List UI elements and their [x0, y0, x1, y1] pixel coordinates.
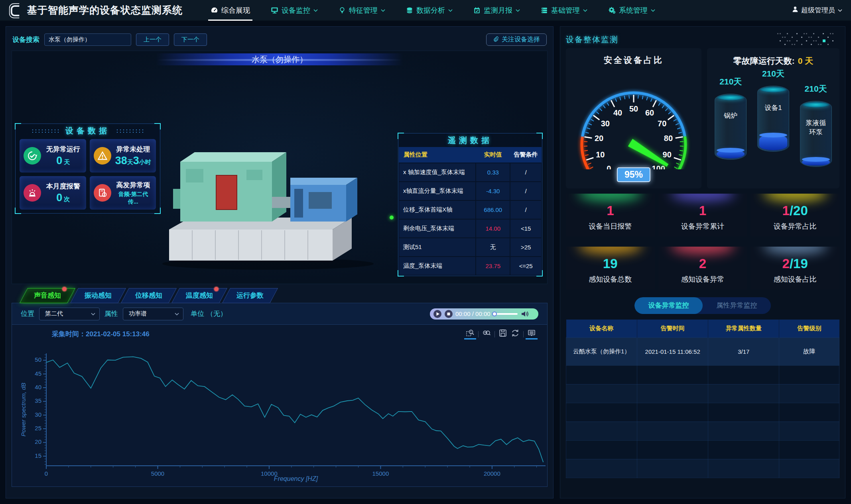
svg-text:Frequency [HZ]: Frequency [HZ]: [274, 475, 318, 482]
chevron-down-icon: [651, 9, 655, 12]
stat-label: 感知设备异常: [658, 275, 747, 284]
tank-rim: [717, 95, 744, 100]
chevron-down-icon: [91, 313, 95, 316]
empty-row: [566, 365, 839, 384]
svg-text:40: 40: [35, 384, 41, 390]
toolbox-separator: [523, 331, 524, 337]
svg-text:70: 70: [658, 119, 666, 128]
telemetry-row: 测试51无>25: [399, 238, 542, 257]
svg-text:15000: 15000: [372, 470, 389, 477]
tank-days: 210天: [795, 83, 837, 94]
monitor-icon: [271, 6, 278, 14]
app-header: 基于智能声学的设备状态监测系统 综合展现设备监控特征管理数据分析监测月报基础管理…: [0, 0, 851, 21]
monitor-tab-属性异常监控[interactable]: 属性异常监控: [703, 297, 771, 314]
alert-badge: [214, 287, 219, 291]
svg-text:50: 50: [35, 356, 41, 363]
sense-tab-振动感知[interactable]: 振动感知: [70, 288, 126, 303]
device-search-input[interactable]: [44, 33, 131, 46]
sense-tab-位移感知[interactable]: 位移感知: [121, 288, 177, 303]
dot-decoration: [777, 33, 837, 49]
svg-text:100: 100: [652, 164, 665, 169]
seek-slider[interactable]: [493, 313, 518, 315]
stat-value: 2/19: [751, 256, 839, 271]
nav-item-server[interactable]: 基础管理: [541, 0, 587, 21]
svg-text:0: 0: [607, 164, 611, 169]
svg-text:35: 35: [35, 397, 41, 404]
chart-controls: 位置 第二代 属性 功率谱 单位: [12, 303, 547, 325]
user-menu[interactable]: 超级管理员: [792, 6, 842, 15]
app-logo-icon: [9, 2, 22, 18]
stat-label: 设备当日报警: [566, 222, 655, 231]
previous-device-button[interactable]: 上一个: [136, 33, 169, 46]
telemetry-row: 位移_泵体首端X轴686.00/: [399, 200, 542, 219]
toolbox-separator: [494, 331, 495, 337]
gauge-value-badge: 95%: [617, 167, 650, 182]
telemetry-col-header: 告警条件: [510, 147, 542, 163]
area-zoom-icon[interactable]: [466, 329, 475, 339]
play-button[interactable]: [433, 310, 442, 318]
bulb-icon: [339, 7, 346, 14]
stop-button[interactable]: [444, 310, 453, 318]
power-spectrum-chart[interactable]: 050001000015000200001520253035404550Freq…: [19, 349, 550, 484]
3d-viewer[interactable]: 水泵（勿操作）: [12, 51, 548, 284]
stat-label: 设备异常累计: [658, 222, 747, 231]
alarm-col-header: 异常属性数量: [708, 320, 779, 337]
nav-item-calendar[interactable]: 监测月报: [473, 0, 520, 21]
data-view-icon[interactable]: [527, 329, 536, 339]
slider-thumb[interactable]: [492, 312, 497, 316]
right-panel: 设备整体监测 安全设备占比 0102030405060708090100 95%…: [560, 26, 845, 498]
alarm-col-header: 告警时间: [637, 320, 708, 337]
sense-tab-声音感知[interactable]: 声音感知: [20, 288, 75, 303]
attribute-select[interactable]: 功率谱: [123, 308, 183, 320]
nav-item-dashboard[interactable]: 综合展现: [211, 0, 250, 21]
next-device-button[interactable]: 下一个: [174, 33, 207, 46]
gauge-title: 安全设备占比: [566, 48, 701, 66]
alarm-col-header: 设备名称: [566, 320, 637, 337]
empty-row: [566, 384, 839, 403]
chevron-down-icon: [381, 9, 385, 12]
monitor-tab-设备异常监控[interactable]: 设备异常监控: [634, 297, 703, 314]
monitor-tabs: 设备异常监控属性异常监控: [634, 297, 771, 314]
tank-cylinder: 锅炉: [715, 94, 747, 160]
position-select[interactable]: 第二代: [39, 308, 100, 320]
svg-text:50: 50: [629, 104, 638, 113]
telemetry-table: 属性位置实时值告警条件x 轴加速度值_泵体末端0.33/x轴直流分量_泵体末端-…: [398, 147, 542, 276]
tank-rim: [802, 102, 829, 108]
volume-icon[interactable]: [521, 310, 529, 318]
nav-item-database[interactable]: 数据分析: [406, 0, 453, 21]
restore-icon[interactable]: [511, 329, 520, 339]
focus-device-select-button[interactable]: 关注设备选择: [486, 33, 547, 46]
search-label: 设备搜索: [12, 35, 39, 44]
stats-grid: 1设备当日报警1设备异常累计1/20设备异常占比19感知设备总数2感知设备异常2…: [566, 194, 839, 289]
stat-tile-设备异常累计: 1设备异常累计: [658, 194, 747, 236]
sense-tab-温度感知[interactable]: 温度感知: [171, 288, 227, 303]
empty-row: [566, 422, 839, 440]
dot-decoration: [116, 129, 144, 133]
zoom-back-icon[interactable]: [482, 329, 491, 339]
stat-tile-感知设备占比: 2/19感知设备占比: [751, 247, 839, 289]
chevron-down-icon: [313, 9, 318, 12]
user-icon: [792, 6, 798, 14]
tank-name: 设备1: [760, 104, 786, 113]
nav-item-gears[interactable]: 系统管理: [608, 0, 655, 21]
telemetry-panel: 遥测数据 属性位置实时值告警条件x 轴加速度值_泵体末端0.33/x轴直流分量_…: [398, 133, 542, 276]
chevron-down-icon: [516, 9, 520, 12]
nav-item-monitor[interactable]: 设备监控: [271, 0, 318, 21]
tank-liquid: [717, 150, 745, 158]
nav-item-bulb[interactable]: 特征管理: [339, 0, 385, 21]
stat-tile-设备异常占比: 1/20设备异常占比: [751, 194, 839, 236]
svg-text:20: 20: [35, 438, 41, 445]
svg-text:20000: 20000: [484, 470, 500, 477]
safe-device-gauge-card: 安全设备占比 0102030405060708090100 95%: [566, 48, 701, 188]
stat-tile-设备当日报警: 1设备当日报警: [566, 194, 655, 236]
alarm-table: 设备名称告警时间异常属性数量告警级别云酷水泵（勿操作1）2021-01-15 1…: [566, 320, 839, 478]
tank-cylinder: 浆液循环泵: [800, 101, 832, 167]
stat-label: 感知设备占比: [751, 275, 839, 284]
empty-row: [566, 403, 839, 422]
sense-tab-运行参数[interactable]: 运行参数: [222, 288, 278, 303]
overall-monitor-title: 设备整体监测: [566, 34, 619, 45]
save-image-icon[interactable]: [498, 329, 507, 339]
stat-value: 1: [566, 203, 655, 218]
chevron-down-icon: [448, 9, 453, 12]
tank-cylinder: 设备1: [757, 86, 789, 152]
